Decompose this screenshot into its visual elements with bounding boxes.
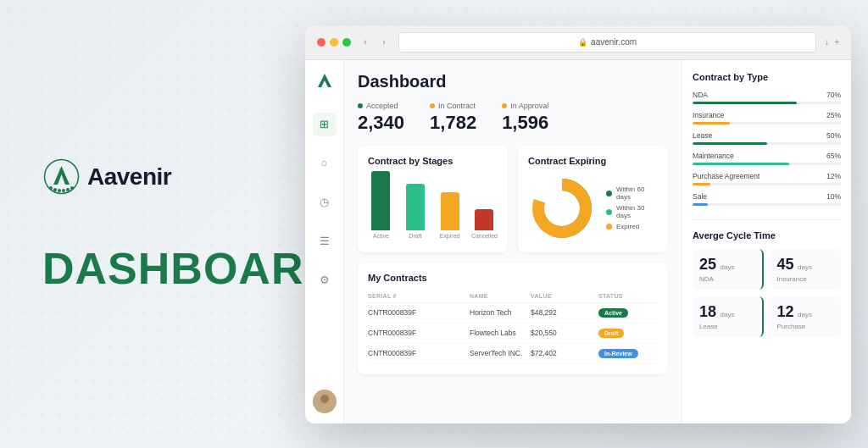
status-badge-active: Active [598, 308, 628, 318]
bar-expired-label: Expired [440, 233, 460, 239]
type-purchase: Purchase Agreement 12% [693, 172, 841, 185]
minimize-dot[interactable] [330, 38, 338, 47]
browser-window: ‹ › 🔒 aavenir.com ↓ + ⊞ ○ [305, 25, 851, 423]
sidebar-item-list[interactable]: ☰ [313, 230, 337, 253]
maintenance-track [693, 163, 841, 165]
cycle-lease-value: 18 days [699, 303, 755, 321]
purchase-fill [693, 183, 710, 185]
stat-accepted-value: 2,340 [358, 112, 404, 134]
col-name: NAME [470, 293, 531, 299]
row2-status: Draft [598, 329, 658, 338]
cycle-nda-value: 25 days [699, 256, 755, 274]
row1-value: $48,292 [531, 308, 598, 317]
avg-cycle-section: Averge Cycle Time 25 days NDA 45 days [693, 230, 841, 337]
bar-active: Active [368, 171, 394, 239]
dashboard-label: DASHBOARD [42, 246, 337, 290]
stat-in-approval: In Approval 1,596 [502, 102, 548, 134]
legend-60days: Within 60 days [606, 185, 658, 201]
close-dot[interactable] [317, 38, 326, 47]
bar-cancelled-fill [475, 209, 493, 230]
lease-track [693, 142, 841, 145]
type-maintenance: Maintenance 65% [693, 152, 841, 165]
main-content: Dashboard Accepted 2,340 In Contract [344, 60, 682, 423]
type-lease: Lease 50% [693, 131, 841, 145]
legend-30days: Within 30 days [606, 204, 658, 219]
list-icon: ☰ [320, 235, 330, 247]
browser-actions: ↓ + [825, 37, 839, 47]
panel-divider [693, 219, 841, 220]
row3-name: ServerTech INC. [470, 349, 531, 357]
cycle-insurance: 45 days Insurance [771, 249, 842, 290]
contract-dot [430, 103, 435, 108]
add-tab-icon[interactable]: + [834, 37, 839, 47]
bar-draft-label: Draft [409, 233, 421, 239]
cycle-insurance-value: 45 days [777, 256, 835, 274]
contract-stages-card: Contract by Stages Active Draft Expir [358, 146, 508, 252]
table-row[interactable]: CNTR000839F ServerTech INC. $72,402 In-R… [368, 344, 658, 364]
nda-track [693, 102, 841, 104]
sidebar: ⊞ ○ ◷ ☰ ⚙ [305, 60, 344, 423]
contracts-table: SERIAL # NAME VALUE STATUS CNTR000839F H… [368, 290, 658, 364]
cycle-nda: 25 days NDA [693, 249, 764, 290]
row1-status: Active [598, 308, 658, 318]
status-badge-review: In-Review [598, 349, 638, 358]
expiring-chart-title: Contract Expiring [528, 156, 658, 166]
legend-expired: Expired [606, 223, 658, 230]
table-row[interactable]: CNTR000839F Horizon Tech $48,292 Active [368, 303, 658, 324]
back-button[interactable]: ‹ [359, 36, 371, 48]
col-status: STATUS [598, 293, 658, 299]
donut-chart-svg [528, 174, 596, 242]
page-title: Dashboard [358, 72, 668, 91]
my-contracts-card: My Contracts SERIAL # NAME VALUE STATUS … [358, 263, 668, 374]
cycle-purchase: 12 days Purchase [771, 296, 842, 337]
insurance-track [693, 122, 841, 124]
type-sale: Sale 10% [693, 192, 841, 206]
svg-point-6 [70, 186, 74, 190]
sidebar-item-settings[interactable]: ⚙ [313, 268, 337, 292]
bar-active-label: Active [373, 233, 389, 239]
stages-chart-title: Contract by Stages [368, 156, 498, 166]
charts-grid: Contract by Stages Active Draft Expir [358, 146, 668, 252]
grid-icon: ⊞ [320, 118, 329, 130]
app-layout: ⊞ ○ ◷ ☰ ⚙ Da [305, 60, 851, 423]
bar-expired: Expired [437, 192, 463, 239]
row3-value: $72,402 [531, 349, 598, 357]
purchase-track [693, 183, 841, 185]
bar-expired-fill [441, 192, 459, 230]
donut-area: Within 60 days Within 30 days Expired [528, 174, 658, 242]
bar-cancelled-label: Cancelled [471, 233, 498, 239]
right-panel: Contract by Type NDA 70% Insurance 25% [682, 60, 851, 423]
stat-accepted-label: Accepted [358, 102, 404, 110]
logo-icon [42, 158, 81, 196]
bar-draft-fill [406, 184, 425, 230]
table-row[interactable]: CNTR000839F Flowtech Labs $20,550 Draft [368, 324, 658, 344]
sidebar-item-clock[interactable]: ◷ [313, 191, 337, 214]
svg-point-3 [58, 189, 61, 192]
cycle-purchase-label: Purchase [777, 323, 835, 330]
forward-button[interactable]: › [378, 36, 390, 48]
stat-contract-label: In Contract [430, 102, 476, 110]
legend-dot-60 [606, 191, 612, 196]
maximize-dot[interactable] [342, 38, 351, 47]
sidebar-item-profile[interactable]: ○ [313, 152, 337, 175]
svg-point-5 [66, 188, 70, 191]
svg-point-4 [62, 189, 65, 192]
logo-text: Aavenir [87, 163, 171, 191]
url-bar[interactable]: 🔒 aavenir.com [398, 32, 816, 53]
type-insurance: Insurance 25% [693, 111, 841, 124]
maintenance-fill [693, 163, 789, 165]
bar-cancelled: Cancelled [471, 209, 498, 239]
bar-draft: Draft [403, 184, 429, 239]
person-icon: ○ [321, 157, 328, 169]
sale-fill [693, 203, 708, 206]
svg-point-7 [320, 395, 329, 403]
stats-row: Accepted 2,340 In Contract 1,782 In Appr… [358, 102, 668, 134]
page-header: Dashboard [358, 72, 668, 91]
cycle-insurance-label: Insurance [777, 275, 835, 283]
legend-dot-expired [606, 224, 612, 230]
download-icon[interactable]: ↓ [825, 37, 829, 47]
user-avatar[interactable] [313, 390, 337, 413]
stat-accepted: Accepted 2,340 [358, 102, 404, 134]
sidebar-item-dashboard[interactable]: ⊞ [313, 113, 337, 136]
browser-dots [317, 38, 351, 47]
